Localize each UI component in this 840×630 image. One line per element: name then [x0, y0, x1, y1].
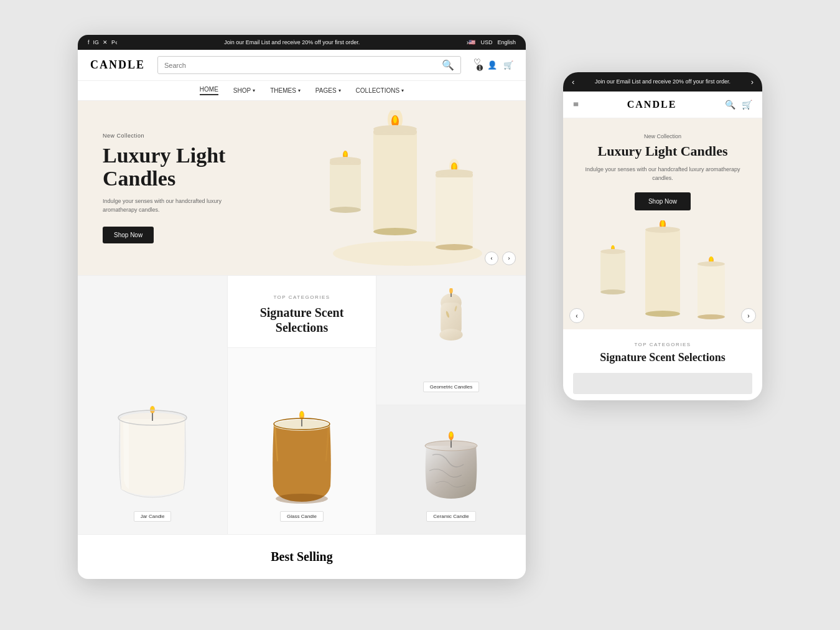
svg-rect-59 — [645, 230, 680, 314]
svg-point-55 — [600, 289, 625, 294]
hero-title: Luxury Light Candles — [103, 144, 501, 190]
hero-description: Indulge your senses with our handcrafted… — [103, 197, 227, 214]
nav-collections[interactable]: COLLECTIONS ▾ — [356, 87, 404, 94]
ceramic-candle-svg — [417, 424, 485, 505]
cart-icon[interactable]: 🛒 — [503, 60, 513, 70]
mobile-cart-icon[interactable]: 🛒 — [742, 100, 752, 110]
mobile-header: ≡ CANDLE 🔍 🛒 — [563, 92, 762, 118]
mobile-announcement-bar: ‹ Join our Email List and receive 20% of… — [563, 72, 762, 92]
svg-point-23 — [436, 244, 473, 250]
mobile-hero-image: ‹ › — [563, 220, 762, 329]
wishlist-icon[interactable]: ♡1 — [474, 57, 481, 73]
categories-title: Signature Scent Selections — [240, 305, 363, 335]
chevron-down-icon: ▾ — [401, 88, 404, 93]
glass-candle-cell: Glass Candle — [228, 348, 376, 534]
mobile-hero-next-button[interactable]: › — [741, 308, 756, 323]
jar-candle-image — [103, 387, 202, 505]
announcement-bar: f IG ✕ P ‹ Join our Email List and recei… — [78, 35, 526, 50]
svg-point-47 — [450, 432, 453, 437]
nav-pages[interactable]: PAGES ▾ — [315, 87, 341, 94]
nav-shop[interactable]: SHOP ▾ — [233, 87, 255, 94]
header-icons: ♡1 👤 🛒 — [474, 57, 513, 73]
facebook-icon[interactable]: f — [88, 39, 90, 45]
glass-candle-label: Glass Candle — [280, 511, 324, 522]
ceramic-candle-cell: Ceramic Candle — [376, 405, 526, 534]
currency-selector[interactable]: USD — [480, 39, 492, 45]
mobile-categories-title: Signature Scent Selections — [573, 351, 752, 364]
svg-point-28 — [151, 407, 154, 410]
best-selling-section: Best Selling — [78, 534, 526, 579]
mobile-search-icon[interactable]: 🔍 — [725, 100, 735, 110]
svg-point-57 — [661, 220, 665, 227]
mobile-logo[interactable]: CANDLE — [627, 99, 677, 110]
jar-candle-svg — [103, 387, 202, 505]
categories-label: TOP CATEGORIES — [240, 294, 363, 300]
svg-point-51 — [612, 245, 614, 249]
hero-content: New Collection Luxury Light Candles Indu… — [103, 133, 501, 244]
svg-point-66 — [698, 261, 725, 266]
categories-center: TOP CATEGORIES Signature Scent Selection… — [227, 276, 376, 534]
hero-section: New Collection Luxury Light Candles Indu… — [78, 101, 526, 275]
mobile-hero-cta-button[interactable]: Shop Now — [635, 192, 691, 210]
svg-point-14 — [373, 125, 417, 133]
language-selector[interactable]: English — [497, 39, 516, 45]
mobile-categories-label: TOP CATEGORIES — [573, 342, 752, 347]
nav-home[interactable]: HOME — [200, 86, 218, 95]
mobile-header-icons: 🔍 🛒 — [725, 100, 752, 110]
announcement-text: Join our Email List and receive 20% off … — [118, 39, 467, 45]
hero-next-button[interactable]: › — [502, 252, 516, 265]
jar-candle-cell: Jar Candle — [78, 276, 227, 534]
svg-point-60 — [645, 227, 680, 233]
mobile-announcement-next[interactable]: › — [751, 77, 754, 87]
geometric-candle-label: Geometric Candles — [423, 382, 479, 392]
svg-point-33 — [301, 411, 303, 416]
svg-point-63 — [710, 256, 712, 261]
search-wrap: 🔍 — [157, 56, 461, 74]
hero-prev-button[interactable]: ‹ — [485, 252, 498, 265]
chevron-down-icon: ▾ — [298, 88, 301, 93]
mobile-hero-title: Luxury Light Candles — [578, 143, 747, 159]
svg-rect-53 — [600, 252, 625, 292]
glass-candle-svg — [258, 399, 345, 505]
categories-right: Geometric Candles — [376, 276, 526, 534]
instagram-icon[interactable]: IG — [93, 39, 100, 45]
mobile-hero-section: New Collection Luxury Light Candles Indu… — [563, 118, 762, 329]
mobile-categories-bar — [573, 373, 752, 394]
mobile-announcement-text: Join our Email List and receive 20% off … — [574, 78, 750, 86]
mobile-hero-subtitle: New Collection — [578, 133, 747, 139]
chevron-down-icon: ▾ — [253, 88, 255, 93]
account-icon[interactable]: 👤 — [487, 60, 497, 70]
hamburger-menu-icon[interactable]: ≡ — [573, 99, 579, 110]
desktop-mockup: f IG ✕ P ‹ Join our Email List and recei… — [78, 35, 526, 579]
search-input[interactable] — [164, 62, 438, 69]
social-icons: f IG ✕ P — [88, 39, 115, 45]
svg-point-10 — [393, 116, 397, 123]
categories-section: Jar Candle TOP CATEGORIES Signature Scen… — [78, 275, 526, 534]
twitter-icon[interactable]: ✕ — [103, 39, 108, 45]
svg-point-35 — [276, 494, 328, 504]
mobile-mockup: ‹ Join our Email List and receive 20% of… — [563, 72, 762, 400]
hero-cta-button[interactable]: Shop Now — [103, 227, 154, 243]
category-header: TOP CATEGORIES Signature Scent Selection… — [228, 276, 376, 348]
hero-arrows: ‹ › — [485, 252, 516, 265]
svg-point-54 — [600, 249, 625, 254]
hero-subtitle: New Collection — [103, 133, 501, 139]
geometric-candle-svg — [420, 288, 482, 375]
mobile-hero-arrows: ‹ › — [563, 308, 762, 323]
mobile-categories-section: TOP CATEGORIES Signature Scent Selection… — [563, 329, 762, 400]
mobile-hero-prev-button[interactable]: ‹ — [569, 308, 584, 323]
locale-group: 🇺🇸 USD English — [469, 39, 516, 45]
nav-themes[interactable]: THEMES ▾ — [270, 87, 301, 94]
chevron-down-icon: ▾ — [338, 88, 341, 93]
flag-icon: 🇺🇸 — [469, 39, 475, 45]
ceramic-candle-label: Ceramic Candle — [426, 511, 475, 522]
svg-point-38 — [439, 329, 462, 341]
svg-point-42 — [449, 288, 453, 293]
desktop-nav: HOME SHOP ▾ THEMES ▾ PAGES ▾ COLLECTIONS… — [78, 81, 526, 101]
desktop-logo[interactable]: CANDLE — [90, 59, 145, 72]
geometric-candle-cell: Geometric Candles — [376, 276, 526, 405]
search-icon[interactable]: 🔍 — [442, 59, 454, 71]
desktop-header: CANDLE 🔍 ♡1 👤 🛒 — [78, 50, 526, 81]
jar-candle-label: Jar Candle — [134, 511, 172, 522]
mobile-hero-description: Indulge your senses with our handcrafted… — [578, 166, 747, 182]
